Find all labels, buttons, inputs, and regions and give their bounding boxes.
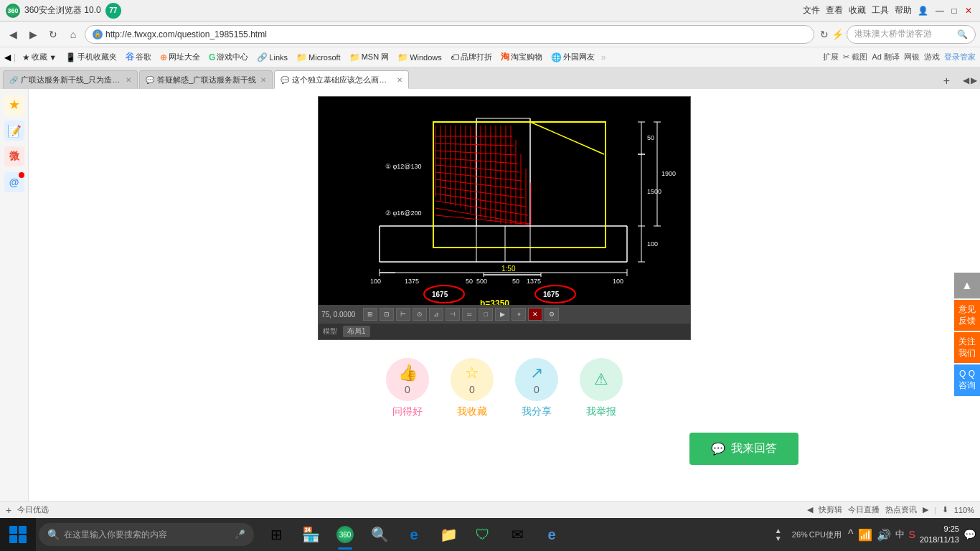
cad-polar[interactable]: ⊙ xyxy=(413,308,427,321)
bookmark-mobile[interactable]: 📱手机收藏夹 xyxy=(62,50,121,64)
follow-button[interactable]: 关注 我们 xyxy=(954,332,980,363)
qq-button[interactable]: Q Q 咨询 xyxy=(954,364,980,395)
cad-qp[interactable]: ▶ xyxy=(495,308,509,321)
add-icon[interactable]: + xyxy=(6,504,11,516)
collect-button[interactable]: ☆ 0 我收藏 xyxy=(451,358,494,418)
tab-1[interactable]: 💬 答疑解惑_广联达服务新干线 ✕ xyxy=(139,70,273,89)
bookmark-favorites[interactable]: ★收藏▼ xyxy=(19,50,60,64)
ime-icon[interactable]: 中 xyxy=(895,528,905,541)
cad-layout-tab[interactable]: 布局1 xyxy=(343,326,370,337)
report-button[interactable]: ⚠ 我举报 xyxy=(580,358,623,418)
search-box[interactable]: 港珠澳大桥带游客游 🔍 xyxy=(847,25,976,44)
netbank-btn[interactable]: 网银 xyxy=(904,52,920,62)
antivirus-icon[interactable]: S xyxy=(909,529,915,540)
today-label[interactable]: 今日优选 xyxy=(17,504,49,515)
network-icon[interactable]: 📶 xyxy=(858,528,872,542)
bookmark-foreign[interactable]: 🌐外国网友 xyxy=(547,50,598,64)
refresh-icon[interactable]: ↻ xyxy=(820,29,829,40)
file-app[interactable]: 🔍 xyxy=(363,518,396,551)
store-app[interactable]: 🏪 xyxy=(294,518,327,551)
live[interactable]: 今日直播 xyxy=(848,504,880,515)
sidebar-weibo[interactable]: 微 xyxy=(4,146,24,166)
back-to-top[interactable]: ▲ xyxy=(954,273,980,298)
answer-button[interactable]: 💬 我来回答 xyxy=(689,433,798,465)
close-button[interactable]: ✕ xyxy=(963,5,974,17)
menu-help[interactable]: 帮助 xyxy=(895,4,912,17)
lightning-icon[interactable]: ⚡ xyxy=(831,29,844,40)
ie-app[interactable]: e xyxy=(535,518,568,551)
menu-file[interactable]: 文件 xyxy=(803,4,820,17)
hot-news[interactable]: 热点资讯 xyxy=(885,504,917,515)
quick-snap[interactable]: 快剪辑 xyxy=(819,504,842,515)
bookmark-links[interactable]: 🔗Links xyxy=(253,51,291,64)
sidebar-favorites[interactable]: ★ xyxy=(4,95,24,115)
nav-prev[interactable]: ◀ xyxy=(4,52,11,62)
cad-osnap[interactable]: ⊿ xyxy=(429,308,443,321)
tab-2[interactable]: 💬 这个独立基础应该怎么画？广联... ✕ xyxy=(274,70,409,89)
browser360-app[interactable]: 360 xyxy=(329,518,362,551)
forward-button[interactable]: ▶ xyxy=(24,26,42,43)
games-btn[interactable]: 游戏 xyxy=(924,52,940,62)
minimize-button[interactable]: — xyxy=(934,5,946,17)
bookmark-microsoft[interactable]: 📁Microsoft xyxy=(293,51,344,64)
translate-btn[interactable]: Ad 翻译 xyxy=(872,52,900,62)
menu-view[interactable]: 查看 xyxy=(826,4,843,17)
screenshot-btn[interactable]: ✂ 截图 xyxy=(843,52,867,62)
cad-model-tab[interactable]: 模型 xyxy=(323,326,337,336)
tab-1-close[interactable]: ✕ xyxy=(260,76,266,84)
cad-grid[interactable]: ⊡ xyxy=(380,308,394,321)
sidebar-mail[interactable]: @ xyxy=(4,172,24,192)
scroll-left[interactable]: ◀ xyxy=(807,505,813,514)
system-clock[interactable]: 9:25 2018/11/13 xyxy=(920,524,959,546)
like-button[interactable]: 👍 0 问得好 xyxy=(386,358,429,418)
expand-btn[interactable]: 扩展 xyxy=(823,52,839,62)
edge-app[interactable]: e xyxy=(397,518,430,551)
user-icon[interactable]: 👤 xyxy=(918,6,928,16)
cad-ortho[interactable]: ⊢ xyxy=(396,308,410,321)
cad-close[interactable]: ✕ xyxy=(528,308,542,321)
menu-bookmarks[interactable]: 收藏 xyxy=(849,4,866,17)
cpu-info[interactable]: 26% CPU使用 xyxy=(790,529,844,540)
share-button[interactable]: ↗ 0 我分享 xyxy=(515,358,558,418)
cad-settings[interactable]: ⚙ xyxy=(545,308,559,321)
refresh-button[interactable]: ↻ xyxy=(44,26,62,43)
maximize-button[interactable]: □ xyxy=(948,5,960,17)
scroll-indicator[interactable]: ▲ ▼ xyxy=(771,520,786,549)
new-tab-button[interactable]: + xyxy=(943,75,950,88)
bookmark-taobao[interactable]: 淘淘宝购物 xyxy=(497,50,546,65)
cad-snap[interactable]: ⊞ xyxy=(363,308,377,321)
notification-center[interactable]: 💬 xyxy=(963,529,976,540)
bookmark-sites[interactable]: ⊕网址大全 xyxy=(156,50,204,64)
tab-0[interactable]: 🔗 广联达服务新干线_只为造价从业... ✕ xyxy=(3,70,138,89)
volume-icon[interactable]: 🔊 xyxy=(877,528,891,542)
mail-app[interactable]: ✉ xyxy=(501,518,534,551)
url-bar[interactable]: 🔒 http://e.fwxgx.com/question_1985155.ht… xyxy=(85,25,814,44)
tab-nav[interactable]: ◀ ▶ xyxy=(963,75,977,85)
folder-app[interactable]: 📁 xyxy=(432,518,465,551)
cad-select[interactable]: ⌖ xyxy=(512,308,526,321)
bookmark-windows[interactable]: 📁Windows xyxy=(394,51,446,64)
bookmark-games[interactable]: G游戏中心 xyxy=(205,50,252,64)
menu-tools[interactable]: 工具 xyxy=(872,4,889,17)
back-button[interactable]: ◀ xyxy=(4,26,22,43)
tray-expand[interactable]: ^ xyxy=(848,528,854,541)
scroll-right[interactable]: ▶ xyxy=(923,505,928,514)
feedback-button[interactable]: 意见 反馈 xyxy=(954,300,980,331)
bookmark-brand[interactable]: 🏷品牌打折 xyxy=(447,50,496,64)
bookmark-msn[interactable]: 📁MSN 网 xyxy=(346,50,393,64)
taskbar-search[interactable]: 🔍 在这里输入你要搜索的内容 🎤 xyxy=(39,523,254,546)
cad-model[interactable]: □ xyxy=(479,308,493,321)
start-button[interactable] xyxy=(0,518,36,551)
sidebar-notes[interactable]: 📝 xyxy=(4,121,24,141)
tab-2-close[interactable]: ✕ xyxy=(397,76,402,84)
tab-0-close[interactable]: ✕ xyxy=(126,76,131,84)
cad-track[interactable]: ⊣ xyxy=(446,308,460,321)
login-btn[interactable]: 登录管家 xyxy=(944,52,976,62)
voice-icon[interactable]: 🎤 xyxy=(235,529,245,540)
download-icon[interactable]: ⬇ xyxy=(942,505,948,514)
bookmark-google[interactable]: 谷谷歌 xyxy=(122,50,155,65)
taskview-app[interactable]: ⊞ xyxy=(260,518,293,551)
cad-lwt[interactable]: ═ xyxy=(462,308,476,321)
security360-app[interactable]: 🛡 xyxy=(466,518,499,551)
home-button[interactable]: ⌂ xyxy=(65,26,82,43)
